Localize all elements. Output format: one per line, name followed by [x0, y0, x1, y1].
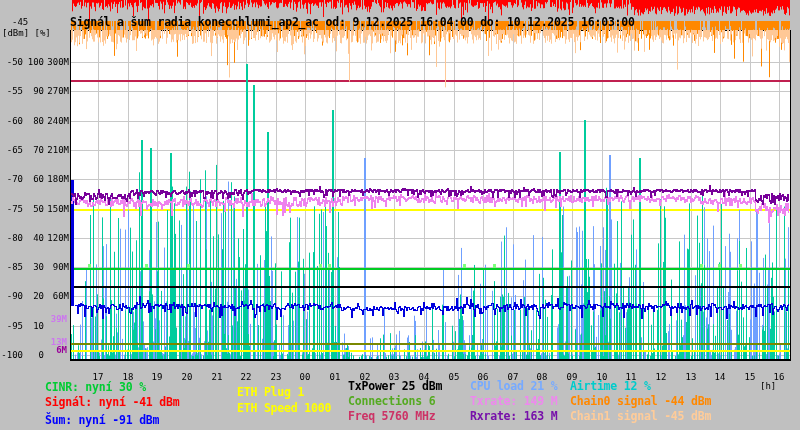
legend-txrate: Txrate: 149 M: [470, 395, 557, 407]
rate-marker-label: 6M: [56, 345, 67, 355]
legend-chain1: Chain1 signal -45 dBm: [570, 410, 711, 422]
legend-eth-speed: ETH Speed 1000: [237, 402, 331, 414]
y-axis-row: -7550150M: [0, 204, 69, 214]
x-axis-hour-label: 23: [265, 372, 287, 382]
y-axis-row: -853090M: [0, 262, 69, 272]
legend-rxrate: Rxrate: 163 M: [470, 410, 557, 422]
x-axis-hour-label: 14: [709, 372, 731, 382]
x-axis-unit-label: [h]: [760, 381, 776, 391]
legend-cpu-load: CPU load 21 %: [470, 380, 557, 392]
x-axis-hour-label: 01: [324, 372, 346, 382]
y-axis-row: -5590270M: [0, 86, 69, 96]
signal-noise-graph-canvas: [0, 0, 800, 430]
y-axis-row: -902060M: [0, 291, 69, 301]
legend-signal: Signál: nyní -41 dBm: [45, 396, 179, 408]
x-axis-hour-label: 19: [146, 372, 168, 382]
x-axis-hour-label: 20: [176, 372, 198, 382]
y-axis-row: -8040120M: [0, 233, 69, 243]
x-axis-hour-label: 21: [206, 372, 228, 382]
legend-connections: Connections 6: [348, 395, 435, 407]
y-axis-row: -6080240M: [0, 116, 69, 126]
graph-page: Signál a šum radia konecchlumi_ap2_ac od…: [0, 0, 800, 430]
y-axis-top-label: -45: [12, 17, 28, 27]
y-axis-unit-label: [dBm] [%]: [2, 28, 51, 38]
x-axis-hour-label: 22: [235, 372, 257, 382]
y-axis-row: -7060180M: [0, 174, 69, 184]
legend-noise: Šum: nyní -91 dBm: [45, 414, 159, 426]
legend-chain0: Chain0 signal -44 dBm: [570, 395, 711, 407]
legend-airtime: Airtime 12 %: [570, 380, 651, 392]
rate-marker-label: 39M: [51, 314, 67, 324]
x-axis-hour-label: 13: [680, 372, 702, 382]
x-axis-hour-label: 12: [650, 372, 672, 382]
x-axis-hour-label: 00: [294, 372, 316, 382]
graph-title: Signál a šum radia konecchlumi_ap2_ac od…: [70, 15, 635, 29]
x-axis-hour-label: 05: [443, 372, 465, 382]
legend-eth-plug: ETH Plug 1: [237, 386, 304, 398]
y-axis-row: -50100300M: [0, 57, 69, 67]
legend-freq: Freq 5760 MHz: [348, 410, 435, 422]
legend-txpower: TxPower 25 dBm: [348, 380, 442, 392]
y-axis-row: -6570210M: [0, 145, 69, 155]
x-axis-hour-label: 15: [739, 372, 761, 382]
legend-cinr: CINR: nyní 30 %: [45, 381, 146, 393]
